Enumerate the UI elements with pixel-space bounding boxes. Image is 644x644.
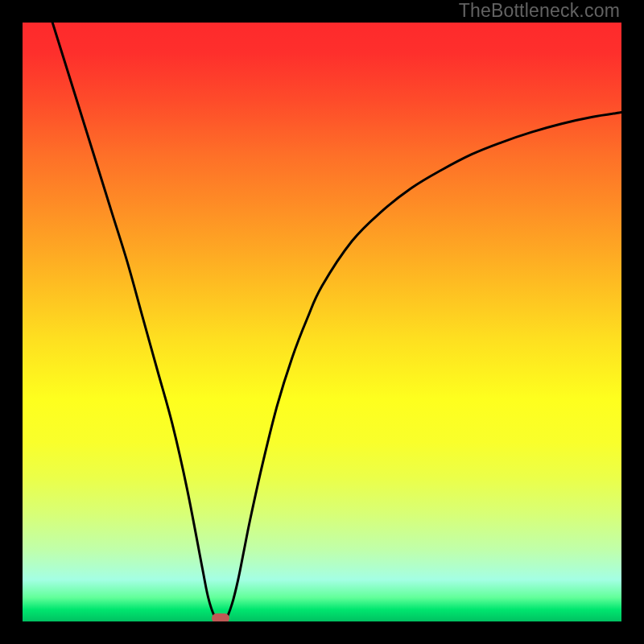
curve-svg [23,23,621,621]
trough-marker [212,613,229,621]
curve-path [52,23,621,621]
watermark-text: TheBottleneck.com [459,0,620,22]
plot-area [23,23,621,621]
chart-frame: TheBottleneck.com [0,0,644,644]
